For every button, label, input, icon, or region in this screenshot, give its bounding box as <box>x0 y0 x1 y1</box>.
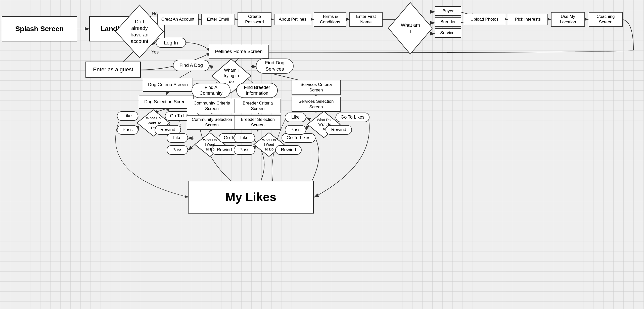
account-decision-text: Do Ialreadyhave anaccount <box>128 16 150 46</box>
breeder-node: Breeder <box>435 17 461 27</box>
community-selection-label: Community SelectionScreen <box>192 117 232 128</box>
use-location-node: Use MyLocation <box>551 12 585 27</box>
find-a-dog-node: Find A Dog <box>173 60 209 71</box>
like-community-label: Like <box>173 135 181 141</box>
coaching-screen-label: CoachingScreen <box>597 14 615 25</box>
use-location-label: Use MyLocation <box>560 14 576 25</box>
svg-line-25 <box>166 92 168 95</box>
what-am-i-diamond: What amI <box>387 1 434 55</box>
enter-email-node: Enter Email <box>201 14 235 25</box>
about-petlines-node: About Petlines <box>274 14 311 25</box>
splash-screen-node: Splash Screen <box>2 16 77 41</box>
petlines-home-node: Petlines Home Screen <box>209 45 269 59</box>
like-breeder-label: Like <box>240 135 249 141</box>
find-breeder-info-node: Find BreederInformation <box>236 83 278 98</box>
create-password-label: CreatePassword <box>245 14 264 25</box>
rewind-breeder-label: Rewind <box>281 147 296 153</box>
enter-first-name-node: Enter FirstName <box>349 12 383 27</box>
like-community-node: Like <box>167 133 188 143</box>
rewind-services-label: Rewind <box>331 127 346 133</box>
petlines-home-label: Petlines Home Screen <box>215 48 262 55</box>
like-services-label: Like <box>291 114 300 120</box>
dog-criteria-node: Dog Criteria Screen <box>143 78 193 92</box>
find-a-dog-label: Find A Dog <box>179 62 203 69</box>
pass-community-node: Pass <box>167 145 188 155</box>
breeder-selection-node: Breeder SelectionScreen <box>235 115 281 130</box>
services-criteria-node: Services CriteriaScreen <box>292 80 341 95</box>
pass-breeder-node: Pass <box>234 145 255 155</box>
enter-guest-label: Enter as a guest <box>93 66 133 73</box>
pass-dog-label: Pass <box>122 127 132 133</box>
log-in-label: Log In <box>164 39 178 46</box>
wham-trying-text: Wham Itrying todo <box>222 66 241 86</box>
find-breeder-info-label: Find BreederInformation <box>244 85 270 96</box>
services-selection-node: Services SelectionScreen <box>292 97 341 112</box>
what-do-dog-text: What DoI Want ToDo <box>144 114 163 132</box>
pass-breeder-label: Pass <box>239 147 249 153</box>
like-breeder-node: Like <box>234 133 255 143</box>
community-criteria-label: Community CriteriaScreen <box>194 100 230 112</box>
pick-interests-label: Pick Interests <box>515 17 541 22</box>
go-to-likes-services-node: Go To Likes <box>336 113 370 122</box>
community-selection-node: Community SelectionScreen <box>187 115 237 130</box>
creat-account-node: Creat An Account <box>157 14 199 25</box>
coaching-screen-node: CoachingScreen <box>589 12 623 27</box>
breeder-criteria-node: Breeder CriteriaScreen <box>235 99 281 113</box>
servicer-label: Servicer <box>440 30 456 36</box>
upload-photos-node: Upload Photos <box>464 14 505 25</box>
breeder-label: Breeder <box>440 19 455 25</box>
dog-selection-label: Dog Selection Screen <box>144 99 188 105</box>
what-do-breeder-text: What DoI WantTo Do <box>260 136 278 153</box>
servicer-node: Servicer <box>435 28 461 38</box>
services-selection-label: Services SelectionScreen <box>299 99 334 110</box>
enter-email-label: Enter Email <box>207 17 229 22</box>
breeder-criteria-label: Breeder CriteriaScreen <box>243 100 273 112</box>
what-do-community-text: What DoI WantTo Do <box>201 136 219 153</box>
create-password-node: CreatePassword <box>238 12 271 27</box>
like-dog-label: Like <box>123 113 132 119</box>
what-do-services-text: What DoI Want ToDo <box>314 116 333 133</box>
rewind-community-label: Rewind <box>217 147 232 153</box>
buyer-node: Buyer <box>435 6 461 16</box>
rewind-breeder-node: Rewind <box>275 145 302 155</box>
my-likes-label: My Likes <box>225 189 277 205</box>
yes-label: Yes <box>150 49 160 55</box>
log-in-node: Log In <box>156 38 186 48</box>
upload-photos-label: Upload Photos <box>471 17 499 22</box>
dog-selection-node: Dog Selection Screen <box>139 95 194 109</box>
enter-guest-node: Enter as a guest <box>85 62 141 78</box>
what-am-i-text: What amI <box>399 20 422 36</box>
breeder-selection-label: Breeder SelectionScreen <box>241 117 275 128</box>
services-criteria-label: Services CriteriaScreen <box>300 82 332 93</box>
enter-first-name-label: Enter FirstName <box>356 14 376 25</box>
find-dog-services-label: Find DogServices <box>265 60 284 72</box>
like-dog-node: Like <box>117 111 138 121</box>
pass-services-node: Pass <box>285 125 306 135</box>
dog-criteria-label: Dog Criteria Screen <box>148 82 188 88</box>
pass-services-label: Pass <box>290 127 300 133</box>
arrows-svg <box>0 0 644 309</box>
community-criteria-node: Community CriteriaScreen <box>187 99 237 113</box>
flowchart-canvas: Splash Screen Landing Screen Do Ialready… <box>0 0 644 309</box>
pass-dog-node: Pass <box>117 125 138 135</box>
terms-conditions-label: Terms &Conditions <box>320 14 340 25</box>
pick-interests-node: Pick Interests <box>508 14 548 25</box>
terms-conditions-node: Terms &Conditions <box>314 12 346 27</box>
splash-label: Splash Screen <box>15 24 64 33</box>
my-likes-node: My Likes <box>188 181 314 214</box>
find-dog-services-node: Find DogServices <box>256 59 294 74</box>
pass-community-label: Pass <box>172 147 182 153</box>
about-petlines-label: About Petlines <box>279 17 306 22</box>
go-to-likes-services-label: Go To Likes <box>341 114 364 120</box>
find-community-label: Find ACommunity <box>200 85 222 96</box>
buyer-label: Buyer <box>442 8 453 14</box>
creat-account-label: Creat An Account <box>161 17 194 22</box>
like-services-node: Like <box>285 113 306 122</box>
